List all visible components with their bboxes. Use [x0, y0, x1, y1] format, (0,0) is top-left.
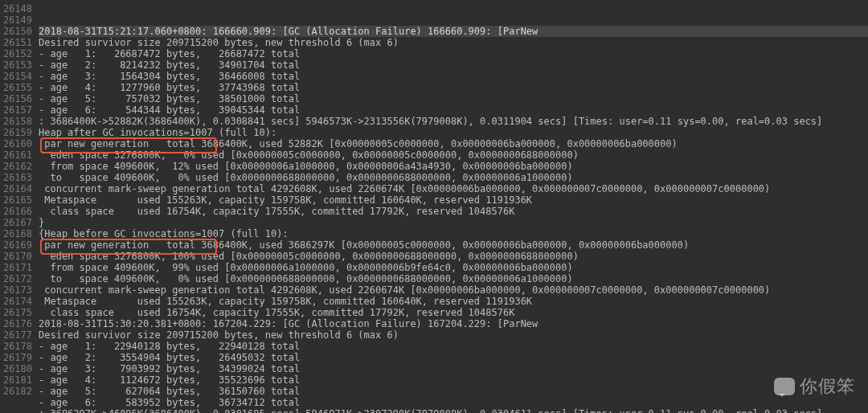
log-line: class space used 16754K, capacity 17555K…	[39, 206, 868, 217]
log-line: concurrent mark-sweep generation total 4…	[39, 183, 868, 194]
log-line: 2018-08-31T15:30:20.381+0800: 167204.229…	[39, 318, 868, 329]
line-number: 26148	[0, 3, 32, 14]
log-line: concurrent mark-sweep generation total 4…	[39, 284, 868, 296]
log-line: Metaspace used 155263K, capacity 159758K…	[39, 194, 868, 206]
log-line: - age 6: 544344 bytes, 39045344 total	[39, 104, 868, 116]
log-line: - age 1: 22940128 bytes, 22940128 total	[39, 341, 868, 352]
log-line: - age 6: 583952 bytes, 36734712 total	[39, 397, 868, 408]
watermark: 你假笨	[774, 374, 855, 399]
log-line: - age 4: 1277960 bytes, 37743968 total	[39, 82, 868, 93]
line-number: 26158	[0, 116, 32, 127]
log-line: eden space 3276800K, 100% used [0x000000…	[39, 251, 868, 262]
log-line: : 3686297K->46085K(3686400K), 0.0301685 …	[39, 408, 868, 413]
log-line: par new generation total 3686400K, used …	[39, 138, 868, 149]
line-number: 26151	[0, 37, 32, 48]
line-number: 26180	[0, 363, 32, 374]
log-line: to space 409600K, 0% used [0x00000006880…	[39, 273, 868, 284]
line-number: 26166	[0, 206, 32, 217]
log-line: - age 3: 1564304 bytes, 36466008 total	[39, 71, 868, 82]
log-line: from space 409600K, 99% used [0x00000006…	[39, 262, 868, 273]
line-number: 26167	[0, 217, 32, 228]
line-number: 26149	[0, 14, 32, 26]
line-number: 26154	[0, 71, 32, 82]
log-line: eden space 3276800K, 0% used [0x00000005…	[39, 149, 868, 161]
log-line: par new generation total 3686400K, used …	[39, 239, 868, 251]
line-number: 26173	[0, 284, 32, 296]
line-number: 26168	[0, 228, 32, 239]
line-number: 26159	[0, 127, 32, 138]
line-number-gutter: 2614826149261502615126152261532615426155…	[0, 0, 34, 413]
line-number: 26172	[0, 273, 32, 284]
line-number: 26152	[0, 48, 32, 59]
line-number: 26161	[0, 149, 32, 161]
log-line: - age 2: 8214232 bytes, 34901704 total	[39, 59, 868, 71]
log-line: Desired survivor size 209715200 bytes, n…	[39, 329, 868, 341]
line-number: 26157	[0, 104, 32, 116]
line-number: 26177	[0, 329, 32, 341]
line-number: 26174	[0, 296, 32, 307]
line-number: 26150	[0, 26, 32, 37]
log-line: : 3686400K->52882K(3686400K), 0.0308841 …	[39, 116, 868, 127]
log-line: Desired survivor size 209715200 bytes, n…	[39, 37, 868, 48]
log-line: - age 3: 7903992 bytes, 34399024 total	[39, 363, 868, 374]
line-number: 26176	[0, 318, 32, 329]
line-number: 26179	[0, 352, 32, 363]
log-line: class space used 16754K, capacity 17555K…	[39, 307, 868, 318]
log-line: to space 409600K, 0% used [0x00000006880…	[39, 172, 868, 183]
log-line: Heap after GC invocations=1007 (full 10)…	[39, 127, 868, 138]
watermark-text: 你假笨	[800, 374, 855, 399]
wechat-icon	[774, 378, 795, 395]
line-number: 26175	[0, 307, 32, 318]
log-line: - age 5: 627064 bytes, 36150760 total	[39, 386, 868, 397]
log-line: {Heap before GC invocations=1007 (full 1…	[39, 228, 868, 239]
line-number: 26164	[0, 183, 32, 194]
line-number: 26155	[0, 82, 32, 93]
log-line: - age 4: 1124672 bytes, 35523696 total	[39, 374, 868, 386]
log-viewer: 2614826149261502615126152261532615426155…	[0, 0, 868, 413]
line-number: 26181	[0, 374, 32, 386]
line-number: 26160	[0, 138, 32, 149]
line-number: 26178	[0, 341, 32, 352]
log-line: - age 1: 26687472 bytes, 26687472 total	[39, 48, 868, 59]
line-number: 26171	[0, 262, 32, 273]
log-line: - age 5: 757032 bytes, 38501000 total	[39, 93, 868, 104]
log-line: Metaspace used 155263K, capacity 159758K…	[39, 296, 868, 307]
log-line: }	[39, 217, 868, 228]
log-line: 2018-08-31T15:21:17.060+0800: 166660.909…	[39, 26, 868, 37]
log-text-area[interactable]: 2018-08-31T15:21:17.060+0800: 166660.909…	[34, 0, 868, 413]
line-number: 26153	[0, 59, 32, 71]
line-number: 26182	[0, 386, 32, 397]
line-number: 26162	[0, 161, 32, 172]
log-line: - age 2: 3554904 bytes, 26495032 total	[39, 352, 868, 363]
log-line: from space 409600K, 12% used [0x00000006…	[39, 161, 868, 172]
line-number: 26169	[0, 239, 32, 251]
line-number: 26156	[0, 93, 32, 104]
line-number: 26170	[0, 251, 32, 262]
line-number: 26163	[0, 172, 32, 183]
line-number: 26165	[0, 194, 32, 206]
